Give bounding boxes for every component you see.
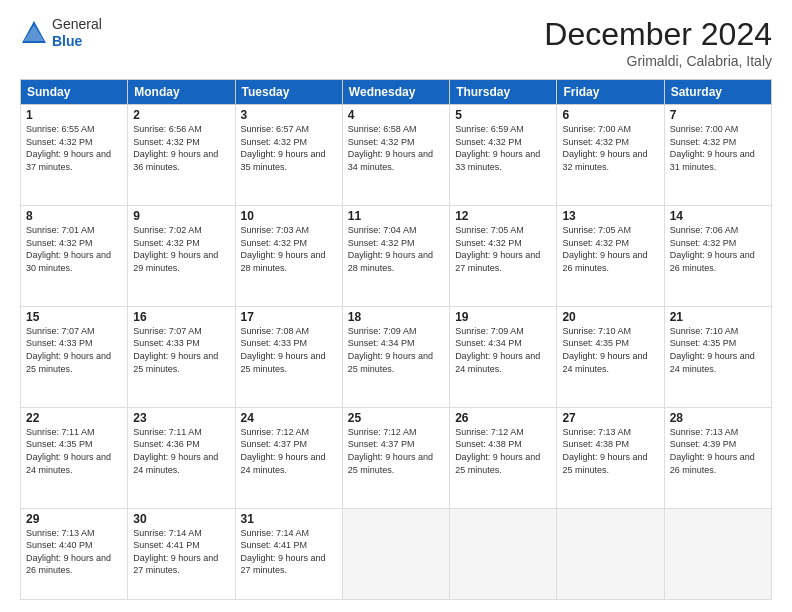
day-info: Sunrise: 7:07 AMSunset: 4:33 PMDaylight:… (26, 325, 122, 375)
header-thursday: Thursday (450, 80, 557, 105)
day-info: Sunrise: 7:11 AMSunset: 4:36 PMDaylight:… (133, 426, 229, 476)
day-info: Sunrise: 7:10 AMSunset: 4:35 PMDaylight:… (562, 325, 658, 375)
day-info: Sunrise: 7:12 AMSunset: 4:37 PMDaylight:… (348, 426, 444, 476)
calendar-cell: 8Sunrise: 7:01 AMSunset: 4:32 PMDaylight… (21, 205, 128, 306)
day-number: 22 (26, 411, 122, 425)
day-info: Sunrise: 7:04 AMSunset: 4:32 PMDaylight:… (348, 224, 444, 274)
day-info: Sunrise: 7:09 AMSunset: 4:34 PMDaylight:… (348, 325, 444, 375)
day-info: Sunrise: 7:13 AMSunset: 4:38 PMDaylight:… (562, 426, 658, 476)
header-wednesday: Wednesday (342, 80, 449, 105)
calendar-cell: 26Sunrise: 7:12 AMSunset: 4:38 PMDayligh… (450, 407, 557, 508)
day-number: 1 (26, 108, 122, 122)
calendar-cell: 12Sunrise: 7:05 AMSunset: 4:32 PMDayligh… (450, 205, 557, 306)
day-info: Sunrise: 7:02 AMSunset: 4:32 PMDaylight:… (133, 224, 229, 274)
day-info: Sunrise: 6:57 AMSunset: 4:32 PMDaylight:… (241, 123, 337, 173)
day-number: 26 (455, 411, 551, 425)
day-info: Sunrise: 7:08 AMSunset: 4:33 PMDaylight:… (241, 325, 337, 375)
calendar-cell: 5Sunrise: 6:59 AMSunset: 4:32 PMDaylight… (450, 105, 557, 206)
day-info: Sunrise: 7:07 AMSunset: 4:33 PMDaylight:… (133, 325, 229, 375)
day-number: 10 (241, 209, 337, 223)
day-number: 13 (562, 209, 658, 223)
logo-text: General Blue (52, 16, 102, 50)
calendar-cell: 22Sunrise: 7:11 AMSunset: 4:35 PMDayligh… (21, 407, 128, 508)
day-info: Sunrise: 7:13 AMSunset: 4:39 PMDaylight:… (670, 426, 766, 476)
week-row-2: 8Sunrise: 7:01 AMSunset: 4:32 PMDaylight… (21, 205, 772, 306)
day-info: Sunrise: 6:59 AMSunset: 4:32 PMDaylight:… (455, 123, 551, 173)
day-number: 31 (241, 512, 337, 526)
header-monday: Monday (128, 80, 235, 105)
calendar-cell (342, 508, 449, 599)
day-number: 3 (241, 108, 337, 122)
day-number: 14 (670, 209, 766, 223)
day-number: 11 (348, 209, 444, 223)
calendar-cell: 13Sunrise: 7:05 AMSunset: 4:32 PMDayligh… (557, 205, 664, 306)
day-number: 25 (348, 411, 444, 425)
calendar-cell: 6Sunrise: 7:00 AMSunset: 4:32 PMDaylight… (557, 105, 664, 206)
day-number: 21 (670, 310, 766, 324)
calendar-cell: 1Sunrise: 6:55 AMSunset: 4:32 PMDaylight… (21, 105, 128, 206)
day-number: 12 (455, 209, 551, 223)
calendar-cell: 11Sunrise: 7:04 AMSunset: 4:32 PMDayligh… (342, 205, 449, 306)
calendar-cell: 31Sunrise: 7:14 AMSunset: 4:41 PMDayligh… (235, 508, 342, 599)
location: Grimaldi, Calabria, Italy (544, 53, 772, 69)
day-info: Sunrise: 7:10 AMSunset: 4:35 PMDaylight:… (670, 325, 766, 375)
title-block: December 2024 Grimaldi, Calabria, Italy (544, 16, 772, 69)
calendar-cell: 30Sunrise: 7:14 AMSunset: 4:41 PMDayligh… (128, 508, 235, 599)
calendar-cell: 24Sunrise: 7:12 AMSunset: 4:37 PMDayligh… (235, 407, 342, 508)
day-info: Sunrise: 7:05 AMSunset: 4:32 PMDaylight:… (455, 224, 551, 274)
day-info: Sunrise: 7:06 AMSunset: 4:32 PMDaylight:… (670, 224, 766, 274)
header-saturday: Saturday (664, 80, 771, 105)
header-sunday: Sunday (21, 80, 128, 105)
day-number: 7 (670, 108, 766, 122)
day-number: 17 (241, 310, 337, 324)
day-number: 9 (133, 209, 229, 223)
day-info: Sunrise: 6:55 AMSunset: 4:32 PMDaylight:… (26, 123, 122, 173)
calendar-cell: 4Sunrise: 6:58 AMSunset: 4:32 PMDaylight… (342, 105, 449, 206)
calendar-cell: 14Sunrise: 7:06 AMSunset: 4:32 PMDayligh… (664, 205, 771, 306)
day-info: Sunrise: 7:11 AMSunset: 4:35 PMDaylight:… (26, 426, 122, 476)
month-title: December 2024 (544, 16, 772, 53)
day-info: Sunrise: 7:01 AMSunset: 4:32 PMDaylight:… (26, 224, 122, 274)
week-row-1: 1Sunrise: 6:55 AMSunset: 4:32 PMDaylight… (21, 105, 772, 206)
week-row-5: 29Sunrise: 7:13 AMSunset: 4:40 PMDayligh… (21, 508, 772, 599)
calendar-cell: 20Sunrise: 7:10 AMSunset: 4:35 PMDayligh… (557, 306, 664, 407)
day-info: Sunrise: 7:09 AMSunset: 4:34 PMDaylight:… (455, 325, 551, 375)
day-number: 23 (133, 411, 229, 425)
calendar-cell: 17Sunrise: 7:08 AMSunset: 4:33 PMDayligh… (235, 306, 342, 407)
calendar-cell (450, 508, 557, 599)
day-info: Sunrise: 7:14 AMSunset: 4:41 PMDaylight:… (133, 527, 229, 577)
day-number: 30 (133, 512, 229, 526)
calendar-cell: 15Sunrise: 7:07 AMSunset: 4:33 PMDayligh… (21, 306, 128, 407)
day-number: 20 (562, 310, 658, 324)
day-number: 27 (562, 411, 658, 425)
day-info: Sunrise: 6:56 AMSunset: 4:32 PMDaylight:… (133, 123, 229, 173)
day-info: Sunrise: 7:05 AMSunset: 4:32 PMDaylight:… (562, 224, 658, 274)
day-number: 16 (133, 310, 229, 324)
header-row: SundayMondayTuesdayWednesdayThursdayFrid… (21, 80, 772, 105)
calendar-cell: 10Sunrise: 7:03 AMSunset: 4:32 PMDayligh… (235, 205, 342, 306)
day-number: 6 (562, 108, 658, 122)
day-number: 5 (455, 108, 551, 122)
logo-icon (20, 19, 48, 47)
calendar-cell: 3Sunrise: 6:57 AMSunset: 4:32 PMDaylight… (235, 105, 342, 206)
logo: General Blue (20, 16, 102, 50)
day-number: 24 (241, 411, 337, 425)
calendar-cell (664, 508, 771, 599)
day-number: 28 (670, 411, 766, 425)
calendar-cell: 19Sunrise: 7:09 AMSunset: 4:34 PMDayligh… (450, 306, 557, 407)
calendar-cell: 29Sunrise: 7:13 AMSunset: 4:40 PMDayligh… (21, 508, 128, 599)
day-number: 2 (133, 108, 229, 122)
header-tuesday: Tuesday (235, 80, 342, 105)
svg-marker-1 (24, 25, 44, 41)
calendar-cell: 2Sunrise: 6:56 AMSunset: 4:32 PMDaylight… (128, 105, 235, 206)
day-info: Sunrise: 7:13 AMSunset: 4:40 PMDaylight:… (26, 527, 122, 577)
calendar-cell: 25Sunrise: 7:12 AMSunset: 4:37 PMDayligh… (342, 407, 449, 508)
day-number: 19 (455, 310, 551, 324)
day-number: 18 (348, 310, 444, 324)
day-number: 29 (26, 512, 122, 526)
day-info: Sunrise: 7:03 AMSunset: 4:32 PMDaylight:… (241, 224, 337, 274)
day-number: 4 (348, 108, 444, 122)
page: General Blue December 2024 Grimaldi, Cal… (0, 0, 792, 612)
calendar-cell: 28Sunrise: 7:13 AMSunset: 4:39 PMDayligh… (664, 407, 771, 508)
day-info: Sunrise: 6:58 AMSunset: 4:32 PMDaylight:… (348, 123, 444, 173)
